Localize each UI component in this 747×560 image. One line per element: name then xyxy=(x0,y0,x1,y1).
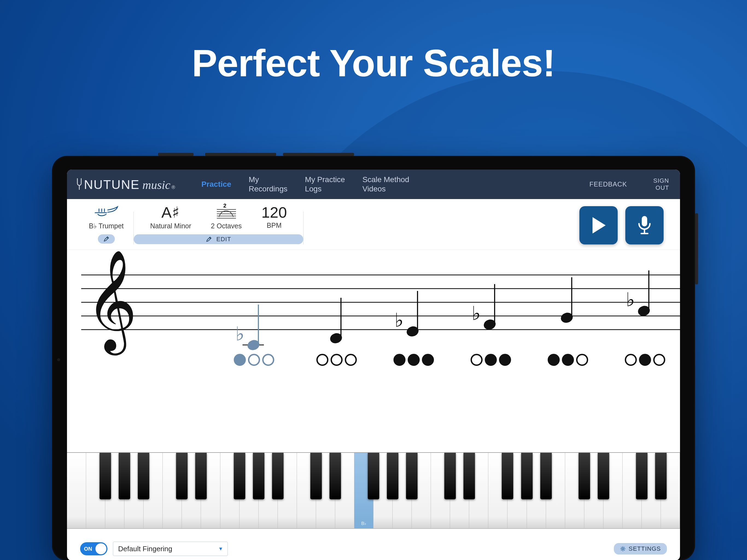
piano-black-key[interactable] xyxy=(387,453,398,499)
bpm-value: 120 xyxy=(261,203,287,221)
edit-scale-button[interactable]: EDIT xyxy=(134,234,303,244)
staff-note: ♭ xyxy=(248,340,259,350)
valve-indicator xyxy=(262,354,274,366)
piano-black-key[interactable] xyxy=(598,453,609,499)
settings-label: SETTINGS xyxy=(628,545,661,552)
piano-black-key[interactable] xyxy=(636,453,647,499)
piano-black-key[interactable] xyxy=(406,453,417,499)
key-display: A♯ Natural Minor xyxy=(140,205,201,230)
logo-registered-mark: ® xyxy=(172,184,175,190)
fingering-group xyxy=(548,354,588,366)
valve-indicator xyxy=(548,354,560,366)
piano-black-key[interactable] xyxy=(463,453,475,499)
marketing-headline: Perfect Your Scales! xyxy=(0,41,747,85)
trumpet-icon xyxy=(94,205,119,220)
piano-black-key[interactable] xyxy=(521,453,533,499)
nav-practice-logs[interactable]: My Practice Logs xyxy=(305,175,345,194)
nav-recordings[interactable]: My Recordings xyxy=(249,175,288,194)
nav-sign-out[interactable]: SIGN OUT xyxy=(653,177,669,192)
valve-indicator xyxy=(393,354,406,366)
instrument-label: B♭ Trumpet xyxy=(89,222,124,230)
fingering-group xyxy=(316,354,357,366)
valve-indicator xyxy=(331,354,343,366)
highlighted-key-label: B♭ xyxy=(354,521,373,526)
valve-indicator xyxy=(422,354,434,366)
piano-black-key[interactable] xyxy=(272,453,284,499)
toggle-label: ON xyxy=(84,546,92,552)
piano-black-key[interactable] xyxy=(444,453,456,499)
edit-label: EDIT xyxy=(216,236,231,243)
piano-black-key[interactable] xyxy=(100,453,111,499)
toggle-knob xyxy=(96,543,106,554)
fingering-select[interactable]: Default Fingering ▼ xyxy=(113,542,228,556)
valve-indicator xyxy=(408,354,420,366)
logo-text-nu: NU xyxy=(84,177,103,192)
play-icon xyxy=(590,216,607,235)
valve-indicator xyxy=(345,354,357,366)
octaves-icon: 2 xyxy=(217,205,236,219)
valve-indicator xyxy=(248,354,260,366)
fingering-group xyxy=(625,354,665,366)
piano-black-key[interactable] xyxy=(578,453,590,499)
piano-black-key[interactable] xyxy=(138,453,149,499)
tempo-display: 120 BPM xyxy=(252,205,297,230)
piano-black-key[interactable] xyxy=(330,453,341,499)
bottom-bar: ON Default Fingering ▼ SETTINGS xyxy=(67,537,680,560)
settings-button[interactable]: SETTINGS xyxy=(614,543,667,555)
music-staff: 𝄞 ♭♭♭♭ xyxy=(67,275,680,329)
nav-items: Practice My Recordings My Practice Logs … xyxy=(202,175,409,194)
app-logo: NU TUNE music ® xyxy=(76,177,175,192)
valve-indicator xyxy=(562,354,574,366)
play-button[interactable] xyxy=(579,206,618,245)
valve-indicator xyxy=(625,354,637,366)
fingering-group xyxy=(470,354,511,366)
piano-black-key[interactable] xyxy=(253,453,264,499)
piano-black-key[interactable] xyxy=(310,453,322,499)
piano-black-key[interactable] xyxy=(195,453,207,499)
piano-white-key[interactable] xyxy=(67,453,86,529)
edit-instrument-button[interactable] xyxy=(98,234,115,244)
logo-text-tune: TUNE xyxy=(103,177,139,192)
piano-black-key[interactable] xyxy=(502,453,513,499)
svg-point-1 xyxy=(622,548,624,550)
octaves-display: 2 2 Octaves xyxy=(201,205,252,230)
nav-feedback[interactable]: FEEDBACK xyxy=(590,180,627,188)
action-buttons xyxy=(579,205,664,245)
valve-indicator xyxy=(639,354,651,366)
valve-indicator xyxy=(470,354,483,366)
svg-rect-0 xyxy=(642,216,647,226)
piano-keyboard: B♭ xyxy=(67,452,680,529)
piano-black-key[interactable] xyxy=(368,453,379,499)
key-value: A♯ xyxy=(161,203,180,221)
bpm-unit: BPM xyxy=(267,222,282,229)
app-screen: NU TUNE music ® Practice My Recordings M… xyxy=(67,170,680,560)
nav-practice[interactable]: Practice xyxy=(202,180,231,189)
staff-note: ♭ xyxy=(407,327,419,336)
chevron-down-icon: ▼ xyxy=(218,546,223,552)
piano-black-key[interactable] xyxy=(234,453,245,499)
nav-scale-videos[interactable]: Scale Method Videos xyxy=(362,175,409,194)
valve-indicator xyxy=(316,354,328,366)
fingering-group xyxy=(393,354,434,366)
pencil-icon xyxy=(103,236,109,242)
fingering-select-value: Default Fingering xyxy=(118,545,172,553)
staff-note xyxy=(330,333,342,343)
staff-note xyxy=(561,313,573,323)
valve-indicator xyxy=(234,354,246,366)
piano-black-key[interactable] xyxy=(176,453,187,499)
octaves-label: 2 Octaves xyxy=(211,222,242,230)
valve-indicator xyxy=(576,354,588,366)
gear-icon xyxy=(620,546,626,552)
valve-indicator xyxy=(485,354,497,366)
piano-black-key[interactable] xyxy=(540,453,552,499)
tablet-frame: NU TUNE music ® Practice My Recordings M… xyxy=(52,156,695,560)
record-button[interactable] xyxy=(625,206,664,245)
pencil-icon xyxy=(206,236,212,242)
fingering-toggle[interactable]: ON xyxy=(80,542,107,555)
microphone-icon xyxy=(637,214,652,236)
logo-text-music: music xyxy=(143,178,171,192)
valve-indicator xyxy=(653,354,665,366)
piano-black-key[interactable] xyxy=(119,453,130,499)
octave-count-badge: 2 xyxy=(223,203,226,209)
piano-black-key[interactable] xyxy=(655,453,667,499)
